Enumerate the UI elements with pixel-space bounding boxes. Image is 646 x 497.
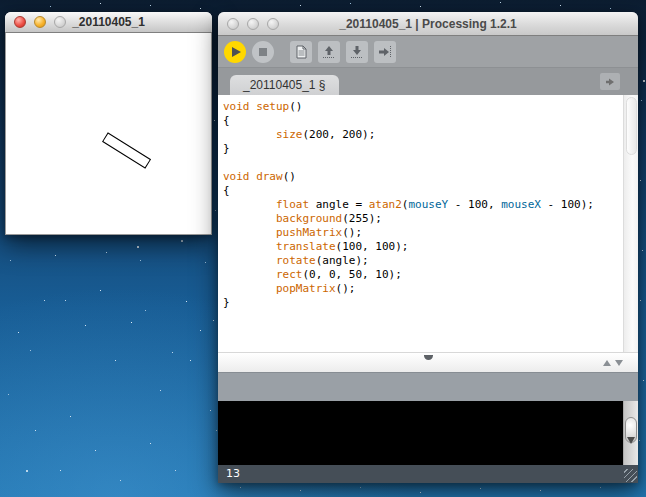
processing-ide-window: _20110405_1 | Processing 1.2.1 [218,12,638,483]
code-token [223,128,276,141]
code-lines: void setup(){ size(200, 200);} void draw… [218,95,638,310]
code-token: () [289,100,302,113]
tab-menu-button[interactable] [600,73,620,90]
sketch-canvas[interactable] [5,33,212,235]
code-line: size(200, 200); [223,128,638,142]
code-token [223,268,276,281]
code-token [223,240,276,253]
sketch-titlebar[interactable]: _20110405_1 [5,12,212,33]
code-token: translate [276,240,336,253]
code-token: float [276,198,309,211]
code-token: draw [256,170,283,183]
open-button[interactable] [318,41,340,63]
code-token: size [276,128,303,141]
ide-window-title: _20110405_1 | Processing 1.2.1 [218,17,638,31]
code-line: float angle = atan2(mouseY - 100, mouseX… [223,198,638,212]
code-line: } [223,142,638,156]
code-token: () [283,170,296,183]
minimize-button[interactable] [247,18,259,30]
code-editor[interactable]: void setup(){ size(200, 200);} void draw… [218,95,638,352]
code-token: popMatrix [276,282,336,295]
code-token [223,212,276,225]
code-token: (); [342,226,362,239]
sketch-output-window: _20110405_1 [5,12,212,235]
code-token: (255); [342,212,382,225]
code-token: setup [256,100,289,113]
window-resize-grip[interactable] [624,469,637,482]
code-token: void [223,100,250,113]
code-token: - 100, [448,198,501,211]
ide-toolbar [218,36,638,68]
code-line: rotate(angle); [223,254,638,268]
code-line [223,156,638,170]
code-line: { [223,114,638,128]
code-line: translate(100, 100); [223,240,638,254]
scrollbar-thumb[interactable] [626,97,637,155]
code-token: void [223,170,250,183]
editor-vertical-scrollbar[interactable] [623,95,638,352]
code-token: { [223,114,230,127]
tab-bar: _20110405_1 § [218,68,638,95]
save-button[interactable] [346,41,368,63]
code-token [223,254,276,267]
stop-square-icon [259,48,267,56]
code-line: } [223,296,638,310]
code-token: (100, 100); [336,240,409,253]
new-sketch-button[interactable] [290,41,312,63]
scrollbar-arrows [603,360,623,366]
code-token [223,282,276,295]
console-scrollbar[interactable] [623,401,638,465]
code-line: void setup() [223,100,638,114]
traffic-lights-inactive [227,18,279,30]
code-token [223,198,276,211]
message-area [218,372,638,401]
code-token: rect [276,268,303,281]
status-bar: 13 [218,465,638,483]
code-token: { [223,184,230,197]
scroll-down-icon [627,437,635,461]
code-token: - 100); [541,198,594,211]
arrow-down-icon [350,45,364,59]
code-token: (angle); [316,254,369,267]
scroll-down-button[interactable] [627,444,635,462]
code-token: mouseX [501,198,541,211]
close-button[interactable] [14,16,26,28]
code-line: void draw() [223,170,638,184]
scroll-down-icon[interactable] [615,360,623,366]
code-token: } [223,142,230,155]
code-token: rotate [276,254,316,267]
stop-button[interactable] [252,41,274,63]
sketch-drawing [8,33,208,233]
close-button[interactable] [227,18,239,30]
console [218,401,638,465]
code-token: pushMatrix [276,226,342,239]
minimize-button[interactable] [34,16,46,28]
code-token: atan2 [369,198,402,211]
code-token: background [276,212,342,225]
traffic-lights [14,16,66,28]
scroll-up-icon[interactable] [603,360,611,366]
splitter-grip[interactable] [424,355,433,360]
ide-titlebar[interactable]: _20110405_1 | Processing 1.2.1 [218,12,638,36]
editor-horizontal-scrollbar[interactable] [218,352,638,372]
code-line: rect(0, 0, 50, 10); [223,268,638,282]
current-line-number: 13 [226,467,240,480]
code-line: { [223,184,638,198]
arrow-up-icon [322,45,336,59]
document-icon [294,45,308,59]
code-token: mouseY [408,198,448,211]
zoom-button-disabled [54,16,66,28]
zoom-button[interactable] [267,18,279,30]
code-token: angle = [309,198,369,211]
tab-sketch[interactable]: _20110405_1 § [230,75,339,95]
arrow-right-icon [604,76,616,88]
code-line: popMatrix(); [223,282,638,296]
arrow-right-icon [378,45,392,59]
code-token: (200, 200); [302,128,375,141]
play-icon [232,47,241,57]
run-button[interactable] [224,41,246,63]
code-line: background(255); [223,212,638,226]
export-button[interactable] [374,41,396,63]
code-token: } [223,296,230,309]
bright-star-dots [0,0,2,2]
